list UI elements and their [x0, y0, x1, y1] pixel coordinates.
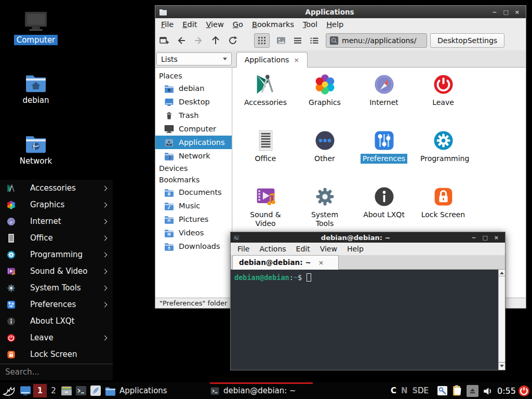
show-desktop-button[interactable] [19, 384, 32, 397]
clock[interactable]: 0:55 [496, 382, 517, 399]
menu-help[interactable]: Help [326, 20, 343, 29]
volume-button[interactable] [482, 385, 494, 397]
menu-item-programming[interactable]: Programming [0, 246, 113, 263]
menu-item-internet[interactable]: Internet [0, 213, 113, 230]
menu-tool[interactable]: Tool [303, 20, 317, 29]
grid-item-office[interactable]: Office [236, 129, 295, 185]
path-bar[interactable]: menu://applications/ [326, 33, 427, 48]
sidebar-item-documents[interactable]: Documents [155, 185, 232, 199]
taskbar: 1 2 Applications debian@debian: ~ C N S … [0, 382, 532, 399]
desktop-icon-debian[interactable]: debian [9, 73, 62, 105]
grid-item-leave[interactable]: Leave [414, 73, 473, 129]
window-titlebar[interactable]: Applications − □ × [155, 6, 526, 18]
menu-file[interactable]: File [237, 245, 249, 253]
grid-item-programming[interactable]: Programming [414, 129, 473, 185]
desktop-icon-computer[interactable]: Computer [9, 10, 62, 45]
back-icon[interactable] [176, 35, 187, 46]
scroll-down-icon[interactable] [499, 362, 505, 369]
minimize-button[interactable]: − [471, 235, 476, 241]
new-tab-icon[interactable] [159, 35, 169, 46]
window-titlebar[interactable]: debian@debian: ~ − □ × [231, 232, 505, 243]
grid-item-graphics[interactable]: Graphics [295, 73, 354, 129]
task-button-terminal[interactable]: debian@debian: ~ [210, 382, 313, 399]
search-input[interactable]: Search... [0, 364, 113, 379]
terminal-tab[interactable]: debian@debian: ~ × [232, 255, 339, 270]
sidebar-item-music[interactable]: Music [155, 199, 232, 212]
leave-button[interactable] [518, 385, 530, 397]
menu-item-lock-screen[interactable]: Lock Screen [0, 346, 113, 363]
sidebar-item-debian[interactable]: debian [155, 82, 232, 95]
file-manager-launcher[interactable] [60, 384, 73, 397]
close-button[interactable]: × [515, 9, 520, 15]
menu-actions[interactable]: Actions [259, 245, 286, 253]
compact-view-icon[interactable] [292, 35, 303, 46]
keyboard-layout-indicator[interactable]: DE [418, 382, 429, 399]
menu-edit[interactable]: Edit [296, 245, 310, 253]
workspace-2-button[interactable]: 2 [49, 384, 58, 397]
menu-item-accessories[interactable]: Accessories [0, 180, 113, 196]
up-icon[interactable] [210, 35, 221, 46]
sidebar-item-desktop[interactable]: Desktop [155, 95, 232, 109]
clipboard-tray-icon[interactable] [451, 384, 463, 397]
keyboard-indicator[interactable]: C N S [391, 382, 418, 399]
scrollbar[interactable] [498, 270, 505, 370]
menu-item-sound-video[interactable]: Sound & Video [0, 263, 113, 280]
icon-view-button[interactable] [254, 33, 270, 48]
grid-item-accessories[interactable]: Accessories [236, 73, 295, 129]
path-text: menu://applications/ [342, 36, 416, 45]
desktop-icon-network[interactable]: Network [9, 134, 62, 166]
removable-media-button[interactable] [467, 385, 478, 397]
chevron-down-icon [223, 58, 227, 60]
maximize-button[interactable]: □ [503, 9, 508, 15]
lock-screen-icon [432, 185, 455, 208]
screenshot-tray-icon[interactable] [436, 384, 449, 397]
tab-close-icon[interactable]: × [294, 56, 299, 64]
task-button-applications[interactable]: Applications [105, 382, 208, 399]
desktop-settings-button[interactable]: DesktopSettings [430, 33, 504, 48]
text-editor-launcher[interactable] [89, 384, 102, 397]
tab-applications[interactable]: Applications × [236, 52, 308, 68]
menubar: File Actions Edit View Help [231, 243, 505, 255]
applications-icon [164, 138, 174, 147]
menu-go[interactable]: Go [233, 20, 243, 29]
terminal-launcher[interactable] [75, 384, 87, 397]
menu-file[interactable]: File [161, 20, 174, 29]
menu-view[interactable]: View [320, 245, 337, 253]
side-pane-mode-select[interactable]: Lists [156, 52, 232, 65]
sidebar-item-pictures[interactable]: Pictures [155, 212, 232, 226]
minimize-button[interactable]: − [492, 9, 497, 15]
menu-item-office[interactable]: Office [0, 230, 113, 246]
sidebar-item-trash[interactable]: Trash [155, 109, 232, 122]
thumbnail-view-icon[interactable] [276, 35, 286, 46]
maximize-button[interactable]: □ [482, 235, 487, 241]
close-button[interactable]: × [494, 235, 499, 241]
menu-item-system-tools[interactable]: System Tools [0, 280, 113, 296]
submenu-arrow-icon [102, 335, 108, 340]
tab-label: Applications [245, 56, 289, 64]
preferences-icon [373, 129, 396, 152]
sidebar-item-applications[interactable]: Applications [155, 136, 232, 149]
detailed-view-icon[interactable] [309, 35, 320, 46]
sidebar-item-videos[interactable]: Videos [155, 226, 232, 240]
scroll-up-icon[interactable] [499, 270, 505, 276]
grid-item-internet[interactable]: Internet [354, 73, 414, 129]
terminal-output[interactable]: debian@debian:~$ [231, 270, 505, 370]
menu-bookmarks[interactable]: Bookmarks [252, 20, 294, 29]
menu-help[interactable]: Help [347, 245, 364, 253]
submenu-arrow-icon [102, 202, 108, 207]
menu-view[interactable]: View [206, 20, 223, 29]
grid-item-preferences[interactable]: Preferences [354, 129, 414, 185]
menu-item-about-lxqt[interactable]: About LXQt [0, 313, 113, 329]
reload-icon[interactable] [228, 35, 238, 46]
tab-close-icon[interactable]: × [318, 259, 324, 267]
menu-item-graphics[interactable]: Graphics [0, 196, 113, 213]
grid-item-other[interactable]: Other [295, 129, 354, 185]
menu-item-leave[interactable]: Leave [0, 329, 113, 346]
sidebar-item-network[interactable]: Network [155, 149, 232, 163]
sidebar-item-computer[interactable]: Computer [155, 122, 232, 136]
start-menu-button[interactable] [2, 384, 16, 397]
workspace-1-button[interactable]: 1 [33, 384, 47, 397]
sidebar-item-downloads[interactable]: Downloads [155, 240, 232, 253]
menu-item-preferences[interactable]: Preferences [0, 296, 113, 313]
menu-edit[interactable]: Edit [182, 20, 197, 29]
